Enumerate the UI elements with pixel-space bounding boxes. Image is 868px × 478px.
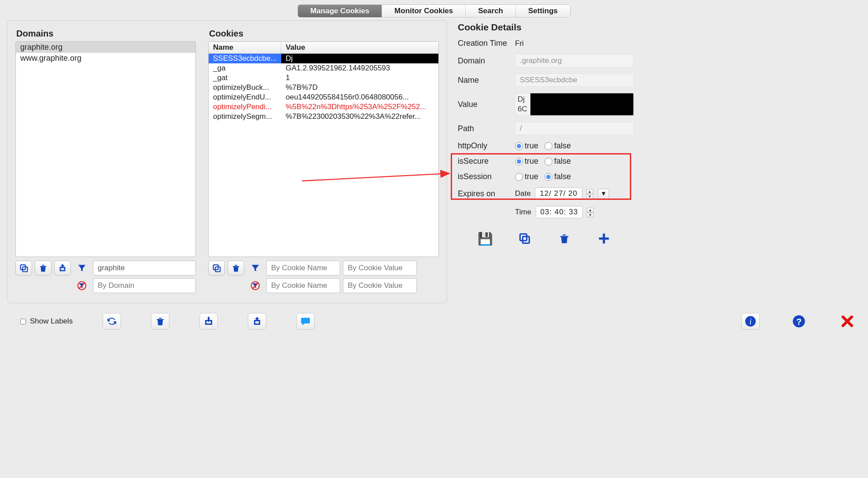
issession-true-radio[interactable]: true bbox=[515, 172, 538, 181]
expires-label: Expires on bbox=[458, 189, 515, 199]
cookie-row[interactable]: optimizelyPendi...%5B%22n%3Dhttps%253A%2… bbox=[209, 102, 438, 112]
delete-all-button[interactable] bbox=[151, 313, 169, 330]
svg-rect-17 bbox=[159, 321, 160, 324]
cookie-value-filter2-input[interactable] bbox=[343, 278, 417, 293]
main-tabbar: Manage Cookies Monitor Cookies Search Se… bbox=[298, 4, 570, 18]
import-button[interactable] bbox=[199, 313, 218, 330]
path-label: Path bbox=[458, 124, 515, 133]
expires-date-input[interactable]: 12/ 27/ 20 bbox=[535, 188, 582, 200]
domain-filter-input[interactable] bbox=[93, 261, 196, 276]
cookies-heading: Cookies bbox=[209, 29, 439, 39]
date-stepper[interactable]: ▲▼ bbox=[586, 189, 593, 199]
cookie-row[interactable]: optimizelySegm...%7B%22300203530%22%3A%2… bbox=[209, 112, 438, 121]
value-label: Value bbox=[458, 100, 515, 109]
col-value[interactable]: Value bbox=[281, 42, 438, 53]
col-name[interactable]: Name bbox=[209, 42, 281, 53]
issecure-label: isSecure bbox=[458, 157, 515, 166]
cookie-filter-disabled-icon[interactable] bbox=[247, 278, 264, 293]
svg-rect-3 bbox=[44, 268, 44, 271]
svg-rect-8 bbox=[235, 268, 235, 271]
svg-rect-16 bbox=[565, 238, 566, 242]
time-label: Time bbox=[515, 208, 531, 216]
domains-export-button[interactable] bbox=[54, 261, 71, 276]
httponly-false-radio[interactable]: false bbox=[544, 141, 571, 151]
cookie-value-filter-input[interactable] bbox=[343, 261, 417, 276]
path-field[interactable]: / bbox=[515, 122, 634, 135]
issecure-false-radio[interactable]: false bbox=[544, 157, 571, 166]
cookie-name-filter2-input[interactable] bbox=[266, 278, 340, 293]
delete-cookie-button[interactable] bbox=[556, 231, 572, 246]
time-stepper[interactable]: ▲▼ bbox=[587, 208, 594, 217]
close-button[interactable] bbox=[838, 313, 857, 330]
domains-heading: Domains bbox=[16, 29, 196, 39]
filter-disabled-icon[interactable] bbox=[74, 278, 90, 293]
creation-time-value: Fri bbox=[515, 39, 861, 48]
info-button[interactable]: i bbox=[741, 313, 760, 330]
tab-monitor-cookies[interactable]: Monitor Cookies bbox=[382, 5, 466, 17]
domain-item[interactable]: graphite.org bbox=[16, 42, 195, 53]
svg-text:?: ? bbox=[796, 317, 802, 327]
refresh-button[interactable] bbox=[103, 313, 121, 330]
httponly-label: httpOnly bbox=[458, 141, 515, 151]
name-field[interactable]: SSESS3ecbdcbe bbox=[515, 74, 634, 87]
cookie-row[interactable]: SSESS3ecbdcbe...Dj bbox=[209, 54, 438, 63]
cookie-row[interactable]: _gaGA1.2.939521962.1449205593 bbox=[209, 63, 438, 73]
cookie-filter-icon[interactable] bbox=[247, 261, 264, 276]
httponly-true-radio[interactable]: true bbox=[515, 141, 538, 151]
floppy-icon: 💾 bbox=[478, 232, 493, 246]
issecure-true-radio[interactable]: true bbox=[515, 157, 538, 166]
tab-settings[interactable]: Settings bbox=[516, 5, 570, 17]
value-field[interactable]: Dj 6C bbox=[515, 93, 634, 116]
save-cookie-button[interactable]: 💾 bbox=[477, 231, 493, 246]
cookies-copy-button[interactable] bbox=[208, 261, 225, 276]
issession-label: isSession bbox=[458, 172, 515, 181]
tab-manage-cookies[interactable]: Manage Cookies bbox=[298, 5, 382, 17]
svg-rect-13 bbox=[520, 234, 527, 241]
export-all-button[interactable] bbox=[248, 313, 266, 330]
cookie-row[interactable]: optimizelyEndU...oeu1449205584156r0.0648… bbox=[209, 92, 438, 102]
svg-rect-18 bbox=[161, 321, 162, 324]
date-label: Date bbox=[515, 189, 531, 198]
domain-field[interactable]: .graphite.org bbox=[515, 54, 634, 67]
domains-copy-button[interactable] bbox=[15, 261, 32, 276]
feedback-button[interactable] bbox=[296, 313, 315, 330]
creation-time-label: Creation Time bbox=[458, 39, 515, 48]
tab-search[interactable]: Search bbox=[466, 5, 516, 17]
issession-false-radio[interactable]: false bbox=[544, 172, 571, 181]
cookie-name-filter-input[interactable] bbox=[266, 261, 340, 276]
domain-item[interactable]: www.graphite.org bbox=[16, 53, 195, 64]
cookies-table[interactable]: Name Value SSESS3ecbdcbe...Dj_gaGA1.2.93… bbox=[208, 41, 439, 257]
svg-text:i: i bbox=[749, 317, 751, 326]
domain-filter2-input[interactable] bbox=[93, 278, 196, 293]
domains-delete-button[interactable] bbox=[35, 261, 51, 276]
date-dropdown[interactable]: ▾ bbox=[598, 189, 609, 199]
svg-rect-15 bbox=[563, 238, 564, 242]
add-cookie-button[interactable] bbox=[596, 231, 612, 246]
svg-rect-2 bbox=[42, 268, 43, 271]
expires-time-input[interactable]: 03: 40: 33 bbox=[536, 206, 583, 218]
name-label: Name bbox=[458, 76, 515, 85]
cookies-delete-button[interactable] bbox=[228, 261, 244, 276]
domain-label: Domain bbox=[458, 56, 515, 66]
filter-icon[interactable] bbox=[74, 261, 90, 276]
cookie-row[interactable]: optimizelyBuck...%7B%7D bbox=[209, 83, 438, 92]
cookie-details-heading: Cookie Details bbox=[458, 22, 861, 33]
domains-list[interactable]: graphite.orgwww.graphite.org bbox=[15, 41, 196, 257]
help-button[interactable]: ? bbox=[790, 313, 808, 330]
copy-cookie-button[interactable] bbox=[517, 231, 533, 246]
cookie-row[interactable]: _gat1 bbox=[209, 73, 438, 83]
svg-rect-14 bbox=[522, 236, 529, 243]
show-labels-checkbox[interactable]: Show Labels bbox=[18, 317, 73, 326]
svg-rect-9 bbox=[236, 268, 237, 271]
